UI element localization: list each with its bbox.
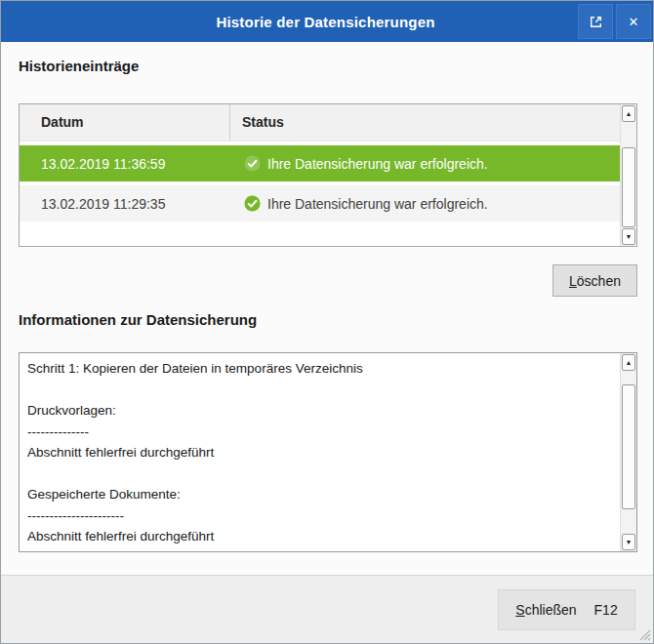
resize-grip-icon[interactable] <box>638 628 651 641</box>
log-line: Druckvorlagen: <box>27 400 615 422</box>
backup-history-dialog: Historie der Datensicherungen ✕ Historie… <box>0 0 654 644</box>
scroll-down-icon[interactable]: ▼ <box>622 534 635 550</box>
scroll-up-icon[interactable]: ▲ <box>622 105 635 122</box>
scroll-down-icon[interactable]: ▼ <box>622 228 635 245</box>
popout-button[interactable] <box>578 4 613 39</box>
row-status: Ihre Datensicherung war erfolgreich. <box>229 195 620 212</box>
column-header-datum[interactable]: Datum <box>20 104 229 141</box>
table-row[interactable]: 13.02.2019 11:29:35Ihre Datensicherung w… <box>20 185 620 221</box>
scrollbar-thumb[interactable] <box>622 147 635 227</box>
history-rows: 13.02.2019 11:36:59Ihre Datensicherung w… <box>20 145 620 225</box>
popout-icon <box>588 14 604 30</box>
log-line <box>27 380 615 401</box>
log-lines: Schritt 1: Kopieren der Dateien in tempo… <box>27 358 615 547</box>
delete-button[interactable]: Löschen <box>552 264 637 297</box>
row-datum: 13.02.2019 11:29:35 <box>20 196 229 212</box>
dialog-title: Historie der Datensicherungen <box>1 14 578 30</box>
row-status-text: Ihre Datensicherung war erfolgreich. <box>267 196 488 212</box>
close-dialog-button[interactable]: Schließen F12 <box>498 589 635 630</box>
table-scrollbar[interactable]: ▲ ▼ <box>620 104 636 246</box>
dialog-footer: Schließen F12 <box>1 575 653 643</box>
titlebar: Historie der Datensicherungen ✕ <box>1 1 653 42</box>
column-header-status[interactable]: Status <box>229 104 620 141</box>
close-dialog-button-label: Schließen <box>515 602 576 618</box>
row-status-text: Ihre Datensicherung war erfolgreich. <box>267 156 488 172</box>
history-heading: Historieneinträge <box>19 58 139 74</box>
history-table: Datum Status 13.02.2019 11:36:59Ihre Dat… <box>19 103 637 247</box>
info-heading: Informationen zur Datensicherung <box>19 311 257 328</box>
table-row[interactable]: 13.02.2019 11:36:59Ihre Datensicherung w… <box>20 145 620 181</box>
table-header: Datum Status <box>20 104 620 141</box>
close-dialog-shortcut: F12 <box>594 602 618 618</box>
delete-button-label: Löschen <box>569 273 621 289</box>
log-line: Abschnitt fehlerfrei durchgeführt <box>27 442 615 463</box>
log-line: ---------------------- <box>27 505 615 527</box>
close-button[interactable]: ✕ <box>616 4 651 39</box>
scrollbar-thumb[interactable] <box>622 384 635 509</box>
log-line: Abschnitt fehlerfrei durchgeführt <box>27 526 615 547</box>
check-icon <box>244 195 261 212</box>
row-status: Ihre Datensicherung war erfolgreich. <box>229 155 620 172</box>
scroll-up-icon[interactable]: ▲ <box>622 354 635 371</box>
row-datum: 13.02.2019 11:36:59 <box>20 156 229 172</box>
log-line <box>27 463 615 485</box>
log-line: -------------- <box>27 422 615 443</box>
close-icon: ✕ <box>629 16 639 28</box>
log-line: Schritt 1: Kopieren der Dateien in tempo… <box>27 358 615 380</box>
check-icon <box>244 155 261 172</box>
log-line: Gespeicherte Dokumente: <box>27 484 615 505</box>
titlebar-buttons: ✕ <box>578 4 651 39</box>
backup-log-box[interactable]: Schritt 1: Kopieren der Dateien in tempo… <box>19 352 637 552</box>
log-scrollbar[interactable]: ▲ ▼ <box>620 353 636 551</box>
